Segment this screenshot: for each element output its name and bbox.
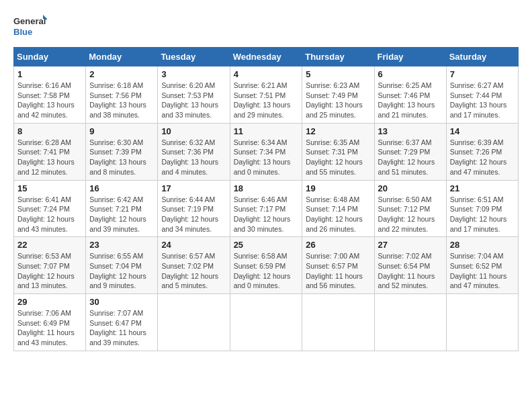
daylight-label: Daylight: 12 hours and 26 minutes.	[306, 215, 363, 233]
day-number: 12	[306, 126, 370, 136]
sunrise-label: Sunrise: 6:23 AM	[306, 81, 359, 89]
day-info: Sunrise: 6:37 AM Sunset: 7:29 PM Dayligh…	[378, 138, 443, 177]
calendar-cell: 18 Sunrise: 6:46 AM Sunset: 7:17 PM Dayl…	[230, 180, 302, 237]
sunrise-label: Sunrise: 6:55 AM	[89, 252, 143, 260]
sunset-label: Sunset: 7:29 PM	[378, 148, 431, 156]
sunrise-label: Sunrise: 6:42 AM	[89, 195, 143, 203]
sunrise-label: Sunrise: 6:57 AM	[161, 252, 215, 260]
day-info: Sunrise: 7:02 AM Sunset: 6:54 PM Dayligh…	[378, 251, 443, 291]
daylight-label: Daylight: 12 hours and 9 minutes.	[89, 272, 146, 290]
calendar-week-row: 15 Sunrise: 6:41 AM Sunset: 7:24 PM Dayl…	[14, 180, 519, 237]
daylight-label: Daylight: 12 hours and 43 minutes.	[17, 215, 75, 233]
calendar-cell: 22 Sunrise: 6:53 AM Sunset: 7:07 PM Dayl…	[14, 237, 86, 294]
sunrise-label: Sunrise: 7:04 AM	[450, 252, 504, 260]
daylight-label: Daylight: 12 hours and 51 minutes.	[378, 158, 435, 176]
day-info: Sunrise: 6:20 AM Sunset: 7:53 PM Dayligh…	[161, 81, 226, 120]
calendar-cell: 21 Sunrise: 6:51 AM Sunset: 7:09 PM Dayl…	[446, 180, 518, 237]
sunrise-label: Sunrise: 6:35 AM	[306, 138, 359, 146]
header: General Blue	[13, 13, 519, 40]
calendar-cell: 15 Sunrise: 6:41 AM Sunset: 7:24 PM Dayl…	[14, 180, 86, 237]
calendar-cell: 29 Sunrise: 7:06 AM Sunset: 6:49 PM Dayl…	[14, 294, 86, 351]
day-number: 1	[17, 69, 82, 79]
sunset-label: Sunset: 7:14 PM	[306, 205, 358, 213]
sunrise-label: Sunrise: 6:53 AM	[17, 252, 71, 260]
sunrise-label: Sunrise: 6:58 AM	[234, 252, 287, 260]
day-number: 19	[306, 183, 370, 193]
calendar-cell: 16 Sunrise: 6:42 AM Sunset: 7:21 PM Dayl…	[86, 180, 158, 237]
sunset-label: Sunset: 7:07 PM	[17, 262, 70, 270]
sunset-label: Sunset: 7:26 PM	[450, 148, 502, 156]
daylight-label: Daylight: 12 hours and 55 minutes.	[306, 158, 363, 176]
weekday-header: Saturday	[446, 48, 518, 66]
daylight-label: Daylight: 12 hours and 30 minutes.	[234, 215, 291, 233]
calendar-cell: 27 Sunrise: 7:02 AM Sunset: 6:54 PM Dayl…	[374, 237, 446, 294]
sunset-label: Sunset: 7:31 PM	[306, 148, 358, 156]
day-info: Sunrise: 6:30 AM Sunset: 7:39 PM Dayligh…	[89, 138, 154, 177]
day-number: 3	[161, 69, 226, 79]
day-number: 16	[89, 183, 154, 193]
day-number: 25	[234, 240, 299, 250]
sunset-label: Sunset: 7:44 PM	[450, 91, 502, 99]
calendar-week-row: 22 Sunrise: 6:53 AM Sunset: 7:07 PM Dayl…	[14, 237, 519, 294]
daylight-label: Daylight: 13 hours and 12 minutes.	[17, 158, 75, 176]
day-info: Sunrise: 6:53 AM Sunset: 7:07 PM Dayligh…	[17, 251, 82, 291]
daylight-label: Daylight: 13 hours and 29 minutes.	[234, 101, 291, 119]
sunset-label: Sunset: 7:24 PM	[17, 205, 70, 213]
day-number: 29	[17, 297, 82, 307]
calendar-cell: 25 Sunrise: 6:58 AM Sunset: 6:59 PM Dayl…	[230, 237, 302, 294]
sunset-label: Sunset: 7:36 PM	[161, 148, 214, 156]
day-number: 30	[89, 297, 154, 307]
sunrise-label: Sunrise: 6:16 AM	[17, 81, 71, 89]
calendar-cell: 23 Sunrise: 6:55 AM Sunset: 7:04 PM Dayl…	[86, 237, 158, 294]
sunset-label: Sunset: 6:52 PM	[450, 262, 502, 270]
sunset-label: Sunset: 7:04 PM	[89, 262, 142, 270]
sunset-label: Sunset: 7:02 PM	[161, 262, 214, 270]
calendar-cell: 12 Sunrise: 6:35 AM Sunset: 7:31 PM Dayl…	[302, 123, 374, 180]
day-number: 20	[378, 183, 443, 193]
weekday-header: Sunday	[14, 48, 86, 66]
sunrise-label: Sunrise: 6:34 AM	[234, 138, 287, 146]
sunset-label: Sunset: 7:46 PM	[378, 91, 431, 99]
sunrise-label: Sunrise: 6:37 AM	[378, 138, 432, 146]
daylight-label: Daylight: 13 hours and 8 minutes.	[89, 158, 146, 176]
day-number: 28	[450, 240, 515, 250]
daylight-label: Daylight: 13 hours and 42 minutes.	[17, 101, 75, 119]
weekday-header: Friday	[374, 48, 446, 66]
sunrise-label: Sunrise: 6:30 AM	[89, 138, 143, 146]
sunrise-label: Sunrise: 6:20 AM	[161, 81, 215, 89]
calendar-cell: 30 Sunrise: 7:07 AM Sunset: 6:47 PM Dayl…	[86, 294, 158, 351]
calendar-cell: 24 Sunrise: 6:57 AM Sunset: 7:02 PM Dayl…	[158, 237, 230, 294]
page-container: General Blue SundayMondayTuesdayWednesda…	[13, 13, 519, 351]
weekday-header-row: SundayMondayTuesdayWednesdayThursdayFrid…	[14, 48, 519, 66]
calendar-cell	[230, 294, 302, 351]
calendar-cell: 6 Sunrise: 6:25 AM Sunset: 7:46 PM Dayli…	[374, 66, 446, 124]
daylight-label: Daylight: 12 hours and 17 minutes.	[450, 215, 507, 233]
sunset-label: Sunset: 6:54 PM	[378, 262, 431, 270]
sunrise-label: Sunrise: 7:00 AM	[306, 252, 359, 260]
sunset-label: Sunset: 7:17 PM	[234, 205, 286, 213]
sunrise-label: Sunrise: 6:48 AM	[306, 195, 359, 203]
day-number: 4	[234, 69, 299, 79]
calendar-cell: 11 Sunrise: 6:34 AM Sunset: 7:34 PM Dayl…	[230, 123, 302, 180]
day-info: Sunrise: 6:57 AM Sunset: 7:02 PM Dayligh…	[161, 251, 226, 291]
day-number: 14	[450, 126, 515, 136]
sunrise-label: Sunrise: 6:50 AM	[378, 195, 432, 203]
day-number: 27	[378, 240, 443, 250]
calendar-cell	[302, 294, 374, 351]
day-info: Sunrise: 6:32 AM Sunset: 7:36 PM Dayligh…	[161, 138, 226, 177]
calendar-cell: 14 Sunrise: 6:39 AM Sunset: 7:26 PM Dayl…	[446, 123, 518, 180]
daylight-label: Daylight: 13 hours and 17 minutes.	[450, 101, 507, 119]
daylight-label: Daylight: 13 hours and 33 minutes.	[161, 101, 218, 119]
day-info: Sunrise: 6:39 AM Sunset: 7:26 PM Dayligh…	[450, 138, 515, 177]
day-info: Sunrise: 6:23 AM Sunset: 7:49 PM Dayligh…	[306, 81, 370, 120]
daylight-label: Daylight: 12 hours and 34 minutes.	[161, 215, 218, 233]
calendar-cell: 7 Sunrise: 6:27 AM Sunset: 7:44 PM Dayli…	[446, 66, 518, 124]
calendar-week-row: 29 Sunrise: 7:06 AM Sunset: 6:49 PM Dayl…	[14, 294, 519, 351]
day-number: 15	[17, 183, 82, 193]
calendar-cell: 1 Sunrise: 6:16 AM Sunset: 7:58 PM Dayli…	[14, 66, 86, 124]
calendar-cell: 20 Sunrise: 6:50 AM Sunset: 7:12 PM Dayl…	[374, 180, 446, 237]
calendar-week-row: 8 Sunrise: 6:28 AM Sunset: 7:41 PM Dayli…	[14, 123, 519, 180]
weekday-header: Wednesday	[230, 48, 302, 66]
sunset-label: Sunset: 7:58 PM	[17, 91, 70, 99]
sunset-label: Sunset: 7:51 PM	[234, 91, 286, 99]
